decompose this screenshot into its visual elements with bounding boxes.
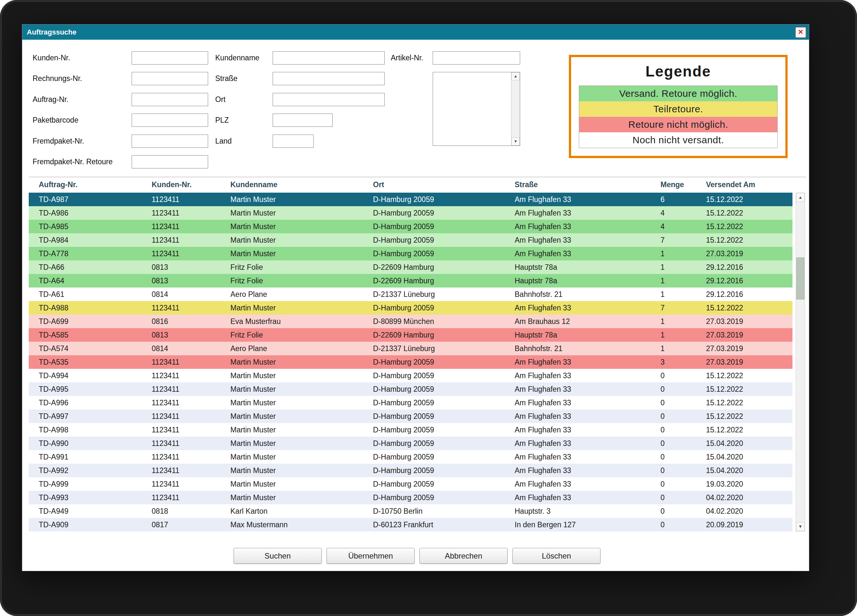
table-cell: 1123411 (152, 477, 179, 491)
table-cell: 0814 (152, 288, 168, 301)
strasse-input[interactable] (273, 72, 385, 85)
table-row[interactable]: TD-A9090817Max MustermannD-60123 Frankfu… (29, 518, 792, 531)
table-cell: 04.02.2020 (706, 491, 743, 505)
table-cell: D-Hamburg 20059 (373, 233, 434, 247)
table-row[interactable]: TD-A9961123411Martin MusterD-Hamburg 200… (29, 396, 792, 410)
table-cell: D-Hamburg 20059 (373, 220, 434, 233)
close-button[interactable]: ✕ (795, 27, 806, 38)
table-row[interactable]: TD-A9931123411Martin MusterD-Hamburg 200… (29, 491, 792, 505)
table-cell: 29.12.2016 (706, 288, 743, 301)
table-cell: 1 (661, 288, 665, 301)
table-row[interactable]: TD-A5740814Aero PlaneD-21337 LüneburgBah… (29, 342, 792, 355)
table-cell: 1 (661, 247, 665, 260)
suchen-button[interactable]: Suchen (234, 548, 322, 564)
artikel-listbox[interactable]: ▲ ▼ (433, 72, 520, 146)
table-cell: Martin Muster (230, 423, 276, 436)
fremdpaket-nr-input[interactable] (131, 135, 208, 148)
table-cell: TD-A987 (39, 193, 68, 206)
table-cell: Hauptstr 78a (515, 328, 557, 342)
table-cell: 27.03.2019 (706, 328, 743, 342)
table-cell: Am Flughafen 33 (515, 220, 571, 233)
loeschen-button[interactable]: Löschen (512, 548, 600, 564)
fremdpaket-nr-retoure-input[interactable] (131, 155, 208, 169)
table-row[interactable]: TD-A9901123411Martin MusterD-Hamburg 200… (29, 436, 792, 450)
table-row[interactable]: TD-A9941123411Martin MusterD-Hamburg 200… (29, 369, 792, 382)
table-row[interactable]: TD-A9971123411Martin MusterD-Hamburg 200… (29, 410, 792, 423)
titlebar[interactable]: Auftragssuche ✕ (22, 25, 809, 40)
artikel-nr-input[interactable] (433, 51, 520, 65)
table-row[interactable]: TD-A5351123411Martin MusterD-Hamburg 200… (29, 355, 792, 369)
table-cell: 4 (661, 220, 665, 233)
column-header-kunden-nr[interactable]: Kunden-Nr. (152, 178, 192, 191)
table-row[interactable]: TD-A9490818Karl KartonD-10750 BerlinHaup… (29, 505, 792, 518)
table-row[interactable]: TD-A9981123411Martin MusterD-Hamburg 200… (29, 423, 792, 436)
table-row[interactable]: TD-A9951123411Martin MusterD-Hamburg 200… (29, 382, 792, 396)
column-header-menge[interactable]: Menge (661, 178, 684, 191)
abbrechen-button[interactable]: Abbrechen (419, 548, 507, 564)
table-row[interactable]: TD-A7781123411Martin MusterD-Hamburg 200… (29, 247, 792, 260)
column-header-auftrag-nr[interactable]: Auftrag-Nr. (39, 178, 77, 191)
column-header-versendet-am[interactable]: Versendet Am (706, 178, 755, 191)
land-input[interactable] (273, 135, 314, 148)
table-cell: Am Flughafen 33 (515, 450, 571, 464)
table-cell: D-Hamburg 20059 (373, 193, 434, 206)
table-cell: Martin Muster (230, 233, 276, 247)
table-cell: Eva Musterfrau (230, 315, 281, 328)
rechnungs-nr-input[interactable] (131, 72, 208, 85)
table-cell: 1 (661, 274, 665, 288)
column-header-ort[interactable]: Ort (373, 178, 384, 191)
table-cell: 15.04.2020 (706, 450, 743, 464)
table-cell: 15.12.2022 (706, 423, 743, 436)
column-header-strasse[interactable]: Straße (515, 178, 538, 191)
legend-item: Teilretoure. (579, 101, 777, 117)
table-row[interactable]: TD-A9861123411Martin MusterD-Hamburg 200… (29, 206, 792, 220)
table-cell: D-Hamburg 20059 (373, 369, 434, 382)
table-cell: D-Hamburg 20059 (373, 247, 434, 260)
table-row[interactable]: TD-A9881123411Martin MusterD-Hamburg 200… (29, 301, 792, 315)
table-cell: 0 (661, 450, 665, 464)
table-cell: TD-A998 (39, 423, 68, 436)
table-cell: 4 (661, 206, 665, 220)
ort-input[interactable] (273, 93, 385, 106)
table-cell: 15.12.2022 (706, 369, 743, 382)
table-cell: D-22609 Hamburg (373, 274, 434, 288)
column-header-kundenname[interactable]: Kundenname (230, 178, 277, 191)
table-cell: Martin Muster (230, 396, 276, 410)
plz-input[interactable] (273, 114, 333, 127)
table-row[interactable]: TD-A660813Fritz FolieD-22609 HamburgHaup… (29, 260, 792, 274)
auftrag-nr-input[interactable] (131, 93, 208, 106)
table-cell: TD-A999 (39, 477, 68, 491)
table-row[interactable]: TD-A9871123411Martin MusterD-Hamburg 200… (29, 193, 792, 206)
artikel-listbox-scrollbar[interactable]: ▲ ▼ (511, 72, 520, 145)
table-row[interactable]: TD-A9911123411Martin MusterD-Hamburg 200… (29, 450, 792, 464)
table-row[interactable]: TD-A6990816Eva MusterfrauD-80899 München… (29, 315, 792, 328)
table-cell: 1123411 (152, 382, 179, 396)
scroll-up-icon[interactable]: ▲ (511, 72, 520, 80)
table-cell: 1123411 (152, 220, 179, 233)
scroll-up-icon[interactable]: ▲ (796, 193, 805, 202)
table-cell: TD-A585 (39, 328, 68, 342)
scrollbar-thumb[interactable] (796, 257, 804, 299)
table-row[interactable]: TD-A610814Aero PlaneD-21337 LüneburgBahn… (29, 288, 792, 301)
table-cell: Am Flughafen 33 (515, 410, 571, 423)
table-row[interactable]: TD-A9921123411Martin MusterD-Hamburg 200… (29, 464, 792, 477)
kunden-nr-input[interactable] (131, 51, 208, 65)
table-row[interactable]: TD-A640813Fritz FolieD-22609 HamburgHaup… (29, 274, 792, 288)
table-cell: Am Flughafen 33 (515, 355, 571, 369)
auftragssuche-dialog: Auftragssuche ✕ Kunden-Nr.Rechnungs-Nr.A… (22, 24, 809, 571)
strasse-label: Straße (215, 72, 237, 85)
artikel-nr-label: Artikel-Nr. (391, 51, 423, 65)
table-cell: 15.12.2022 (706, 301, 743, 315)
uebernehmen-button[interactable]: Übernehmen (326, 548, 415, 564)
table-cell: TD-A574 (39, 342, 68, 355)
scroll-down-icon[interactable]: ▼ (796, 522, 805, 531)
kundenname-input[interactable] (273, 51, 385, 65)
table-row[interactable]: TD-A9991123411Martin MusterD-Hamburg 200… (29, 477, 792, 491)
table-cell: Martin Muster (230, 247, 276, 260)
table-row[interactable]: TD-A5850813Fritz FolieD-22609 HamburgHau… (29, 328, 792, 342)
paketbarcode-input[interactable] (131, 114, 208, 127)
table-row[interactable]: TD-A9841123411Martin MusterD-Hamburg 200… (29, 233, 792, 247)
scroll-down-icon[interactable]: ▼ (511, 138, 520, 145)
table-row[interactable]: TD-A9851123411Martin MusterD-Hamburg 200… (29, 220, 792, 233)
table-scrollbar[interactable]: ▲ ▼ (796, 193, 805, 531)
